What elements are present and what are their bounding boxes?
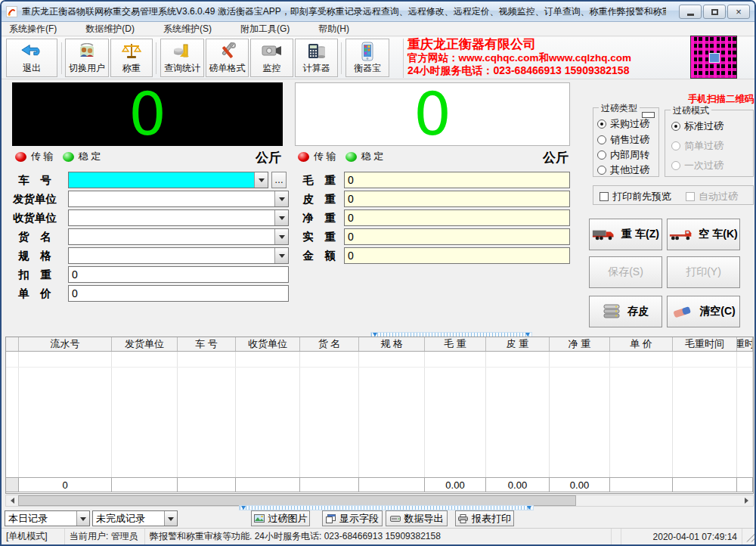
- chevron-down-icon[interactable]: [274, 191, 288, 206]
- weigh-button[interactable]: 称重: [110, 39, 153, 77]
- report-print-button[interactable]: 报表打印: [455, 510, 514, 526]
- clear-button[interactable]: 清空(C): [667, 296, 740, 327]
- empty-truck-icon: [669, 228, 693, 241]
- print-preview-checkbox[interactable]: 打印前先预览: [600, 190, 671, 203]
- monitor-button[interactable]: 监控: [250, 39, 293, 77]
- switch-user-button[interactable]: 切换用户: [65, 39, 109, 77]
- minimize-button[interactable]: [679, 5, 702, 19]
- radio-standard-weigh[interactable]: 标准过磅: [671, 119, 723, 133]
- radio-icon: [597, 135, 606, 144]
- truck-no-combobox[interactable]: [68, 172, 268, 188]
- scale-display-main: 0: [12, 82, 283, 146]
- deduct-weight-input[interactable]: [68, 266, 289, 283]
- menu-system-maint[interactable]: 系统维护(S): [156, 21, 219, 37]
- radio-purchase-weigh[interactable]: 采购过磅: [597, 117, 649, 131]
- save-tare-button[interactable]: 存皮: [589, 296, 662, 327]
- amount-input[interactable]: [344, 247, 570, 264]
- col-receiver[interactable]: 收货单位: [236, 337, 300, 351]
- stable-label: 稳 定: [361, 150, 384, 163]
- toolbar-separator: [341, 42, 342, 74]
- exit-button[interactable]: 退出: [6, 39, 57, 77]
- spec-combobox[interactable]: [68, 247, 289, 264]
- photo-icon: [254, 514, 265, 523]
- toolbar-label: 计算器: [303, 62, 330, 75]
- hengqibao-button[interactable]: 衡器宝: [345, 39, 389, 77]
- radio-other-weigh[interactable]: 其他过磅: [597, 163, 649, 177]
- scrollbar-thumb[interactable]: [18, 495, 576, 506]
- button-label: 重 车(Z): [621, 228, 659, 241]
- window-controls: ×: [677, 5, 750, 19]
- actual-weight-label: 实 重: [299, 230, 339, 244]
- close-button[interactable]: ×: [727, 5, 750, 19]
- maximize-button[interactable]: [703, 5, 726, 19]
- empty-truck-button[interactable]: 空 车(K): [667, 219, 740, 250]
- radio-disabled-icon: [671, 141, 680, 150]
- status-notice-marquee: 弊报警和称重审核等功能. 24小时服务电话: 023-68466913 1590…: [145, 529, 612, 544]
- radio-internal-transfer[interactable]: 内部周转: [597, 148, 649, 162]
- minimize-icon: [687, 14, 694, 16]
- toolbar-label: 切换用户: [69, 62, 105, 75]
- scroll-right-arrow[interactable]: [741, 495, 753, 506]
- chevron-down-icon[interactable]: [274, 210, 288, 225]
- calculator-button[interactable]: 计算器: [295, 39, 338, 77]
- menu-help[interactable]: 帮助(H): [311, 21, 357, 37]
- chevron-down-icon[interactable]: [164, 511, 177, 526]
- chevron-down-icon[interactable]: [274, 229, 288, 244]
- col-gross-time[interactable]: 毛重时间: [673, 337, 737, 351]
- button-label: 存皮: [627, 305, 649, 318]
- weigh-photo-button[interactable]: 过磅图片: [251, 510, 310, 526]
- menu-system-ops[interactable]: 系统操作(F): [2, 21, 64, 37]
- col-spec[interactable]: 规 格: [359, 337, 425, 351]
- col-tare[interactable]: 皮 重: [486, 337, 550, 351]
- col-truck-no[interactable]: 车 号: [178, 337, 236, 351]
- col-net[interactable]: 净 重: [550, 337, 610, 351]
- day-filter-combobox[interactable]: 本日记录: [5, 510, 90, 526]
- toolbar-separator: [156, 42, 156, 74]
- menu-data-maint[interactable]: 数据维护(D): [78, 21, 142, 37]
- empty-row-line: [6, 367, 753, 368]
- chevron-down-icon[interactable]: [254, 172, 268, 188]
- unit-price-input[interactable]: [68, 285, 289, 302]
- heavy-truck-button[interactable]: 重 车(Z): [589, 219, 662, 250]
- table-summary-row: 0 0.00 0.00 0.00: [6, 477, 753, 492]
- status-filter-combobox[interactable]: 未完成记录: [92, 510, 178, 526]
- button-label: 数据导出: [404, 512, 444, 526]
- spec-label: 规 格: [3, 249, 67, 263]
- data-export-button[interactable]: 数据导出: [386, 510, 448, 526]
- qr-center-logo: [709, 53, 720, 63]
- toolbar-label: 磅单格式: [209, 62, 246, 75]
- ticket-format-button[interactable]: 磅单格式: [206, 39, 249, 77]
- chevron-down-icon[interactable]: [76, 511, 89, 526]
- show-fields-button[interactable]: 显示字段: [322, 510, 383, 526]
- goods-name-combobox[interactable]: [68, 228, 289, 245]
- sender-combobox[interactable]: [68, 191, 289, 207]
- actual-weight-input[interactable]: [344, 228, 570, 245]
- tare-weight-input[interactable]: [344, 191, 570, 207]
- col-gross[interactable]: 毛 重: [425, 337, 486, 351]
- unit-price-label: 单 价: [3, 287, 67, 301]
- toolbar-label: 退出: [23, 62, 41, 75]
- col-sender[interactable]: 发货单位: [112, 337, 178, 351]
- col-tare-time[interactable]: 皮重时间: [737, 337, 753, 351]
- receiver-combobox[interactable]: [68, 209, 289, 226]
- col-serial[interactable]: 流水号: [19, 337, 112, 351]
- radio-sales-weigh[interactable]: 销售过磅: [597, 133, 649, 147]
- query-stats-button[interactable]: 查询统计: [160, 39, 204, 77]
- truck-no-more-button[interactable]: …: [271, 172, 287, 188]
- menu-extra-tools[interactable]: 附加工具(G): [233, 21, 297, 37]
- scroll-left-arrow[interactable]: [6, 495, 18, 506]
- switch-user-icon: [77, 42, 97, 61]
- col-goods[interactable]: 货 名: [300, 337, 359, 351]
- col-price[interactable]: 单 价: [610, 337, 673, 351]
- app-icon: [6, 6, 17, 17]
- table-body[interactable]: [6, 352, 753, 477]
- camera-icon: [262, 42, 283, 61]
- radio-label: 销售过磅: [610, 133, 649, 147]
- net-weight-input[interactable]: [344, 209, 570, 226]
- chevron-down-icon[interactable]: [274, 248, 288, 263]
- combo-value: 未完成记录: [96, 512, 145, 526]
- titlebar: 重庆龙正衡器物联网称重交易管理系统V3.6.0.49 激活衡器宝APP，即刻享受…: [2, 2, 754, 22]
- bottom-splitter-slider[interactable]: [239, 505, 534, 510]
- resize-grip[interactable]: [744, 532, 754, 542]
- gross-weight-input[interactable]: [344, 172, 570, 188]
